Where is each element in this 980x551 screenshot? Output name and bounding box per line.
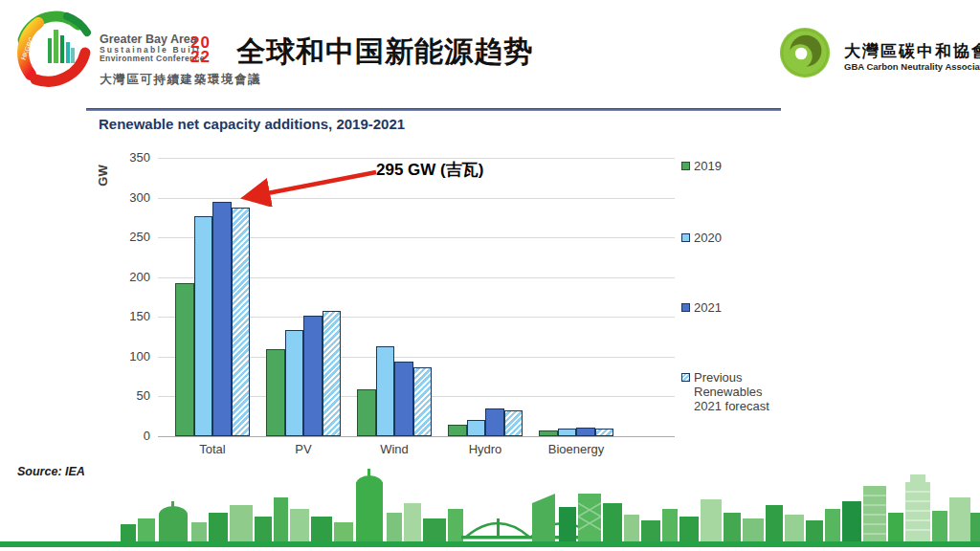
bar-2020-pv — [285, 330, 304, 436]
conference-year: 20 22 — [190, 35, 211, 65]
bar-group-total — [175, 158, 250, 436]
association-name-chinese: 大灣區碳中和協會 — [844, 40, 980, 62]
bar-2019-pv — [266, 349, 285, 436]
legend-swatch — [681, 233, 690, 242]
bar-2021-pv — [303, 316, 323, 436]
bar-2019-bioenergy — [539, 430, 558, 436]
bar-previous-hydro — [504, 410, 523, 436]
bar-previous-pv — [323, 311, 342, 436]
bar-2020-wind — [376, 346, 395, 436]
bar-2019-wind — [357, 389, 376, 436]
legend-label: 2021 — [694, 301, 784, 316]
x-category-label: Total — [199, 442, 225, 456]
bar-previous-bioenergy — [595, 429, 614, 436]
skyline-buildings — [121, 469, 980, 541]
legend-label: 2020 — [694, 231, 784, 246]
association-logo-icon — [777, 25, 833, 80]
bar-2019-hydro — [448, 425, 467, 436]
logo-city-bars — [48, 30, 75, 63]
bar-2020-hydro — [467, 420, 486, 436]
y-tick-label: 300 — [108, 190, 150, 205]
bar-group-wind — [357, 158, 432, 436]
y-axis-label: GW — [96, 165, 110, 186]
bar-2021-bioenergy — [576, 428, 595, 436]
y-tick-label: 50 — [108, 388, 150, 403]
y-tick-label: 150 — [108, 309, 150, 323]
page-title: 全球和中国新能源趋势 — [236, 33, 533, 72]
bar-previous-wind — [413, 367, 433, 436]
chart-top-rule — [86, 108, 781, 111]
x-category-label: Bioenergy — [548, 442, 605, 456]
legend-item: 2020 — [681, 231, 784, 246]
slide: HKGBC Greater Bay Area Sustainable Built… — [0, 0, 980, 551]
bar-2020-total — [194, 216, 213, 436]
legend-label: Previous Renewables 2021 forecast — [694, 371, 784, 414]
y-tick-label: 350 — [108, 150, 150, 165]
legend-item: Previous Renewables 2021 forecast — [681, 371, 784, 414]
bar-2021-total — [212, 202, 232, 436]
legend-label: 2019 — [694, 160, 784, 174]
association-name-english: GBA Carbon Neutrality Association — [844, 61, 980, 72]
conference-name-chinese: 大灣區可持續建築環境會議 — [100, 72, 261, 88]
gridline — [158, 436, 675, 437]
y-tick-label: 100 — [108, 349, 150, 364]
bar-2019-total — [175, 283, 194, 436]
legend-item: 2021 — [681, 301, 784, 316]
bar-2021-hydro — [485, 408, 504, 436]
x-category-label: Wind — [380, 442, 409, 456]
legend-swatch — [681, 303, 690, 312]
skyline-graphic — [0, 465, 980, 549]
bar-group-bioenergy — [539, 158, 613, 436]
y-tick-label: 250 — [108, 230, 150, 244]
bar-group-hydro — [448, 158, 523, 436]
bar-2021-wind — [394, 362, 413, 436]
y-tick-label: 0 — [108, 429, 150, 443]
legend-item: 2019 — [681, 160, 784, 174]
legend-swatch — [681, 373, 690, 382]
x-category-label: PV — [295, 442, 311, 456]
x-category-label: Hydro — [469, 442, 502, 456]
conference-logo-text: Greater Bay Area Sustainable Built Envir… — [100, 33, 205, 63]
bar-group-pv — [266, 158, 341, 436]
skyline-base-bar — [0, 541, 980, 547]
bar-2020-bioenergy — [558, 429, 577, 436]
chart-title: Renewable net capacity additions, 2019-2… — [99, 116, 405, 132]
conference-logo-icon: HKGBC — [10, 6, 98, 94]
legend-swatch — [681, 162, 690, 170]
y-tick-label: 200 — [108, 270, 150, 284]
conference-name-line3: Environment Conference — [100, 55, 205, 63]
bar-previous-total — [232, 208, 251, 436]
